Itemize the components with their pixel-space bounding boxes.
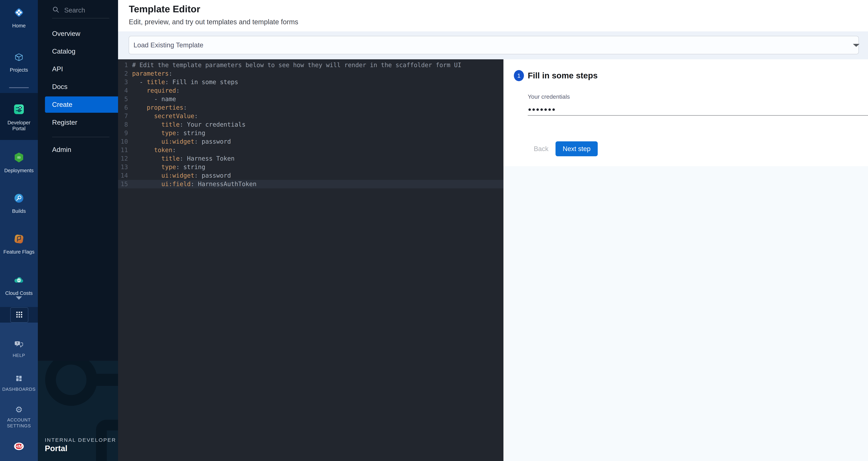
rail-item-label: DASHBOARDS <box>0 386 38 392</box>
deployments-icon: ∞ <box>0 152 38 163</box>
form-preview-panel: 1 Fill in some steps Your credentials Ba… <box>503 59 868 461</box>
rail-item-cloud-costs[interactable]: $ Cloud Costs <box>0 274 38 296</box>
select-caret-icon <box>853 44 860 47</box>
rail-item-dashboards[interactable]: DASHBOARDS <box>0 374 38 392</box>
rail-item-label: Deployments <box>0 168 38 173</box>
password-dot <box>545 108 547 111</box>
rail-item-label: Cloud Costs <box>0 290 38 296</box>
code-line: 9 type: string <box>118 129 503 137</box>
password-dot <box>540 108 543 111</box>
decorative-pipe <box>93 374 118 386</box>
search-icon <box>52 6 59 15</box>
code-line: 3 - title: Fill in some steps <box>118 78 503 86</box>
app-root: Home Projects Developer Portal ∞ Deploym… <box>0 0 868 461</box>
page-subtitle: Edit, preview, and try out templates and… <box>129 18 298 26</box>
rail-item-label: Feature Flags <box>0 249 38 255</box>
sidenav-item-overview[interactable]: Overview <box>52 30 81 37</box>
sidenav-item-create[interactable]: Create <box>45 96 118 113</box>
sidenav-item-api[interactable]: API <box>52 66 63 72</box>
sidenav-item-admin[interactable]: Admin <box>52 146 71 153</box>
svg-text:∞: ∞ <box>17 154 21 160</box>
password-dot <box>549 108 551 111</box>
credentials-label: Your credentials <box>528 93 570 100</box>
svg-text:?: ? <box>17 342 18 345</box>
avatar: HM <box>14 442 24 450</box>
step-title: Fill in some steps <box>528 71 598 80</box>
rail-item-account-settings[interactable]: ⚙ ACCOUNT SETTINGS <box>0 405 38 429</box>
brand-line2: Portal <box>45 443 67 453</box>
module-rail: Home Projects Developer Portal ∞ Deploym… <box>0 0 38 461</box>
builds-icon <box>0 193 38 204</box>
step-number-badge: 1 <box>514 70 524 81</box>
code-lines: 1# Edit the template parameters below to… <box>118 61 503 188</box>
brand-line1: INTERNAL DEVELOPER <box>45 437 116 443</box>
rail-expand-modules[interactable] <box>0 300 38 303</box>
rail-item-projects[interactable]: Projects <box>0 53 38 73</box>
chevron-down-icon <box>16 296 22 303</box>
password-dot <box>552 108 555 111</box>
dashboards-icon <box>0 374 38 383</box>
decorative-ring <box>45 361 97 406</box>
rail-item-label: Builds <box>0 208 38 214</box>
code-line: 14 ui:widget: password <box>118 171 503 180</box>
rail-divider <box>9 87 29 88</box>
load-template-select-label: Load Existing Template <box>133 36 204 54</box>
code-line: 10 ui:widget: password <box>118 137 503 146</box>
password-dot <box>528 108 531 111</box>
rail-item-user-avatar[interactable]: HM <box>0 441 38 452</box>
rail-item-label: HELP <box>0 353 38 358</box>
sidenav-divider <box>52 18 110 19</box>
code-line: 2parameters: <box>118 69 503 78</box>
cloud-costs-icon: $ <box>0 274 38 286</box>
credentials-dots <box>528 108 555 111</box>
sidenav-item-catalog[interactable]: Catalog <box>52 48 75 55</box>
code-line: 5 - name <box>118 95 503 103</box>
code-line: 13 type: string <box>118 163 503 171</box>
projects-cube-icon <box>0 53 38 63</box>
search-input[interactable]: Search <box>52 6 85 15</box>
code-line: 15 ui:field: HarnessAuthToken <box>118 180 503 188</box>
sidenav-divider <box>52 137 110 137</box>
rail-item-label: Projects <box>0 67 38 73</box>
rail-item-label: Developer Portal <box>4 120 34 131</box>
password-dot <box>532 108 535 111</box>
sidenav: Search Overview Catalog API Docs Create … <box>38 0 118 461</box>
toolbar-band: Load Existing Template <box>118 31 868 59</box>
help-chat-icon: ? <box>0 341 38 349</box>
grid-icon <box>16 312 22 318</box>
code-line: 12 title: Harness Token <box>118 154 503 163</box>
page-title: Template Editor <box>129 3 200 14</box>
code-line: 6 properties: <box>118 103 503 112</box>
sidenav-item-register[interactable]: Register <box>52 119 77 126</box>
gear-icon: ⚙ <box>0 405 38 414</box>
password-dot <box>536 108 539 111</box>
rail-item-label: ACCOUNT SETTINGS <box>5 417 33 429</box>
code-line: 11 token: <box>118 146 503 154</box>
harness-logo-icon <box>0 7 38 19</box>
rail-item-deployments[interactable]: ∞ Deployments <box>0 152 38 173</box>
rail-item-developer-portal[interactable]: Developer Portal <box>0 104 38 131</box>
module-browser-button[interactable] <box>10 307 28 323</box>
page-header: Template Editor Edit, preview, and try o… <box>118 0 868 31</box>
rail-item-help[interactable]: ? HELP <box>0 341 38 358</box>
search-placeholder: Search <box>64 7 85 14</box>
rail-item-home[interactable]: Home <box>0 7 38 29</box>
sidenav-item-docs[interactable]: Docs <box>52 83 67 90</box>
rail-item-builds[interactable]: Builds <box>0 193 38 214</box>
svg-text:$: $ <box>18 279 20 282</box>
load-template-select[interactable]: Load Existing Template <box>129 36 859 54</box>
input-underline <box>528 115 868 116</box>
code-line: 1# Edit the template parameters below to… <box>118 61 503 69</box>
rail-item-label: Home <box>0 23 38 29</box>
rail-item-feature-flags[interactable]: Feature Flags <box>0 234 38 255</box>
code-line: 7 secretValue: <box>118 112 503 120</box>
form-card: 1 Fill in some steps Your credentials Ba… <box>503 59 868 166</box>
code-line: 4 required: <box>118 86 503 95</box>
back-button[interactable]: Back <box>531 141 551 156</box>
next-step-button[interactable]: Next step <box>556 141 598 156</box>
developer-portal-icon <box>0 104 38 116</box>
feature-flags-icon <box>0 234 38 245</box>
code-line: 8 title: Your credentials <box>118 120 503 129</box>
template-editor-code[interactable]: 1# Edit the template parameters below to… <box>118 59 503 461</box>
